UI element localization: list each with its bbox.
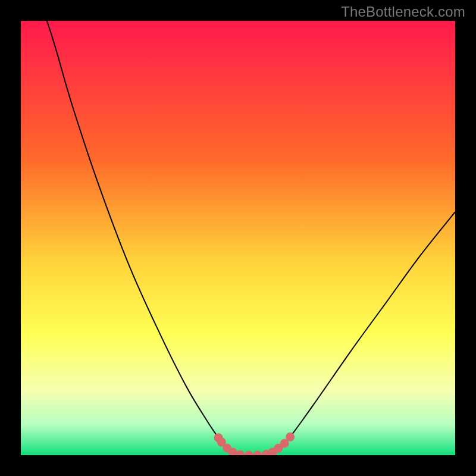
chart-area xyxy=(21,21,455,455)
outer-frame: TheBottleneck.com xyxy=(0,0,476,476)
gradient-background xyxy=(21,21,455,455)
watermark-text: TheBottleneck.com xyxy=(341,4,465,20)
trough-marker xyxy=(286,433,295,441)
chart-svg xyxy=(21,21,455,455)
